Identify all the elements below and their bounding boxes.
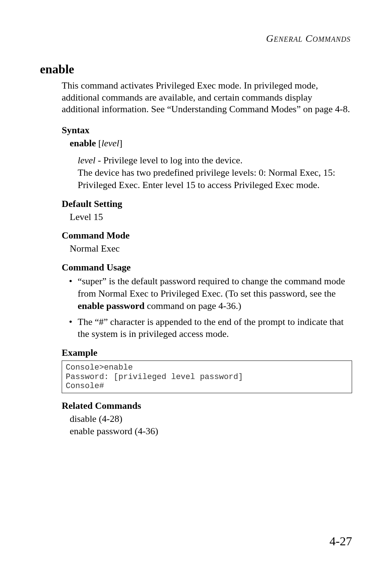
body-content: This command activates Privileged Exec m… xyxy=(62,80,352,437)
param-desc-first: Privilege level to log into the device. xyxy=(103,155,242,166)
syntax-bracket-open: [ xyxy=(96,138,101,148)
default-setting-heading: Default Setting xyxy=(62,199,352,209)
syntax-param-description: level - Privilege level to log into the … xyxy=(78,154,352,191)
example-heading: Example xyxy=(62,347,352,358)
syntax-line: enable [level] xyxy=(70,137,352,150)
usage-item-2-text: The “#” character is appended to the end… xyxy=(78,317,344,339)
command-usage-list: “super” is the default password required… xyxy=(77,275,352,340)
page-number: 4-27 xyxy=(330,534,352,548)
command-description: This command activates Privileged Exec m… xyxy=(62,80,352,115)
param-name: level xyxy=(78,155,95,166)
usage-item-2: The “#” character is appended to the end… xyxy=(77,316,352,341)
usage-item-1: “super” is the default password required… xyxy=(77,275,352,312)
page-container: General Commands enable This command act… xyxy=(0,0,392,570)
related-commands-heading: Related Commands xyxy=(62,400,352,411)
command-title: enable xyxy=(40,62,352,76)
syntax-command: enable xyxy=(70,138,96,148)
syntax-bracket-close: ] xyxy=(119,138,122,148)
param-desc-rest: The device has two predefined privilege … xyxy=(78,167,335,190)
related-command-2: enable password (4-36) xyxy=(70,425,352,437)
command-usage-heading: Command Usage xyxy=(62,262,352,273)
usage-item-1-bold: enable password xyxy=(78,301,144,311)
command-mode-value: Normal Exec xyxy=(70,243,352,255)
syntax-param: level xyxy=(101,138,119,148)
usage-item-1-pre: “super” is the default password required… xyxy=(78,276,345,299)
related-command-1: disable (4-28) xyxy=(70,413,352,425)
usage-item-1-post: command on page 4-36.) xyxy=(144,301,241,311)
param-sep: - xyxy=(95,155,103,166)
example-code: Console>enable Password: [privileged lev… xyxy=(62,361,352,393)
header-section-label: General Commands xyxy=(40,33,352,44)
syntax-heading: Syntax xyxy=(62,125,352,136)
command-mode-heading: Command Mode xyxy=(62,230,352,241)
default-setting-value: Level 15 xyxy=(70,211,352,223)
